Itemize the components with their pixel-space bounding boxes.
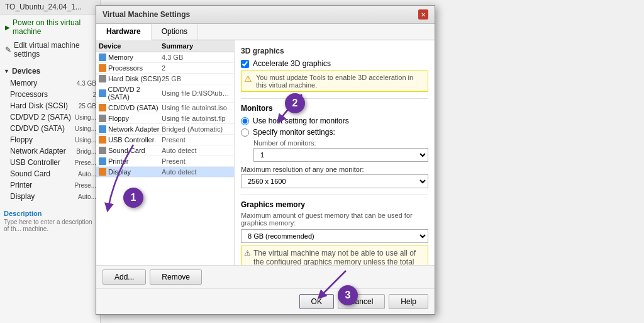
gm-title: Graphics memory (241, 200, 428, 209)
sidebar-device-item[interactable]: CD/DVD 2 (SATA)Using... (0, 111, 100, 123)
sidebar-device-item[interactable]: Hard Disk (SCSI)25 GB (0, 100, 100, 111)
sidebar-device-item[interactable]: Sound CardAuto... (0, 168, 100, 179)
num-monitors-label: Number of monitors: (253, 139, 428, 147)
device-list-header: Device Summary (96, 40, 234, 52)
sidebar-titlebar: TO_Ubuntu_24.04_1... (0, 0, 100, 14)
table-row[interactable]: Hard Disk (SCSI)25 GB (96, 74, 234, 84)
device-list-rows: Memory4.3 GBProcessors2Hard Disk (SCSI)2… (96, 52, 234, 178)
gm-warning-icon: ⚠ (244, 249, 251, 258)
sidebar-device-item[interactable]: PrinterPrese... (0, 179, 100, 191)
accelerate-row: Accelerate 3D graphics (241, 59, 428, 68)
table-row[interactable]: DisplayAuto detect (96, 167, 234, 178)
graphics-memory-section: Graphics memory Maximum amount of guest … (241, 200, 428, 265)
table-row[interactable]: Sound CardAuto detect (96, 145, 234, 156)
specify-monitors-row: Specify monitor settings: (241, 128, 428, 137)
monitor-section-title: Monitors (241, 104, 428, 113)
add-button[interactable]: Add... (103, 269, 146, 285)
tab-options[interactable]: Options (152, 24, 198, 40)
max-res-label: Maximum resolution of any one monitor: (241, 166, 428, 173)
gm-label: Maximum amount of guest memory that can … (241, 212, 428, 227)
accelerate-label: Accelerate 3D graphics (253, 59, 331, 68)
dialog-title: Virtual Machine Settings (103, 10, 190, 19)
play-icon: ▶ (5, 24, 10, 31)
sidebar: TO_Ubuntu_24.04_1... ▶ Power on this vir… (0, 0, 101, 323)
specify-monitors-label: Specify monitor settings: (253, 128, 335, 137)
callout-1: 1 (123, 188, 143, 208)
col-device-header: Device (99, 42, 162, 50)
graphics-warning: ⚠ You must update Tools to enable 3D acc… (241, 71, 428, 92)
devices-section: ▼ Devices Memory4.3 GBProcessors2Hard Di… (0, 65, 100, 202)
table-row[interactable]: CD/DVD (SATA)Using file autoinst.iso (96, 103, 234, 113)
accelerate-checkbox[interactable] (241, 60, 249, 68)
col-summary-header: Summary (162, 42, 193, 50)
gm-warning-text: The virtual machine may not be able to u… (253, 249, 425, 265)
num-monitors-select[interactable]: 123 (253, 148, 428, 162)
settings-panel: 3D graphics Accelerate 3D graphics ⚠ You… (235, 40, 435, 265)
dialog-close-button[interactable]: ✕ (418, 9, 428, 20)
table-row[interactable]: USB ControllerPresent (96, 135, 234, 145)
description-section: Description Type here to enter a descrip… (0, 207, 100, 235)
sidebar-device-item[interactable]: Network AdapterBridg... (0, 145, 100, 157)
help-button[interactable]: Help (389, 294, 428, 309)
table-row[interactable]: Network AdapterBridged (Automatic) (96, 124, 234, 135)
dialog-footer: OK Cancel Help (96, 288, 435, 314)
num-monitors-setting: Number of monitors: 123 (253, 139, 428, 162)
use-host-setting-row: Use host setting for monitors (241, 116, 428, 125)
remove-button[interactable]: Remove (150, 269, 202, 285)
table-row[interactable]: PrinterPresent (96, 156, 234, 167)
tab-hardware[interactable]: Hardware (96, 24, 152, 40)
monitor-section: Monitors Use host setting for monitors S… (241, 104, 428, 188)
sidebar-device-item[interactable]: CD/DVD (SATA)Using... (0, 123, 100, 134)
max-res-select[interactable]: 2560 x 1600 (241, 174, 428, 188)
ok-button[interactable]: OK (299, 294, 334, 309)
dialog-tabs: Hardware Options (96, 24, 435, 40)
graphics-section-title: 3D graphics (241, 47, 428, 55)
device-list-panel: Device Summary Memory4.3 GBProcessors2Ha… (96, 40, 235, 265)
specify-monitors-radio[interactable] (241, 128, 249, 137)
warning-text: You must update Tools to enable 3D accel… (256, 74, 425, 89)
collapse-arrow: ▼ (4, 68, 9, 74)
sidebar-device-item[interactable]: Processors2 (0, 89, 100, 100)
edit-icon: ✎ (5, 45, 11, 54)
gm-warning: ⚠ The virtual machine may not be able to… (241, 246, 428, 265)
add-remove-row: Add... Remove (96, 265, 435, 288)
sidebar-device-list: Memory4.3 GBProcessors2Hard Disk (SCSI)2… (0, 77, 100, 202)
vm-settings-dialog: Virtual Machine Settings ✕ Hardware Opti… (96, 5, 435, 315)
table-row[interactable]: FloppyUsing file autoinst.flp (96, 113, 234, 124)
dialog-body: Device Summary Memory4.3 GBProcessors2Ha… (96, 40, 435, 265)
sidebar-title: TO_Ubuntu_24.04_1... (5, 3, 82, 11)
edit-link[interactable]: ✎ Edit virtual machine settings (0, 40, 100, 60)
sidebar-device-item[interactable]: DisplayAuto... (0, 191, 100, 202)
use-host-label: Use host setting for monitors (253, 116, 349, 125)
sidebar-device-item[interactable]: USB ControllerPrese... (0, 157, 100, 168)
callout-3: 3 (338, 285, 358, 305)
table-row[interactable]: CD/DVD 2 (SATA)Using file D:\ISO\ubuntu-… (96, 84, 234, 103)
sidebar-device-item[interactable]: FloppyUsing... (0, 134, 100, 145)
use-host-radio[interactable] (241, 117, 249, 125)
callout-2: 2 (285, 93, 305, 113)
dialog-titlebar: Virtual Machine Settings ✕ (96, 6, 435, 24)
table-row[interactable]: Memory4.3 GB (96, 52, 234, 63)
devices-header: ▼ Devices (0, 65, 100, 77)
warning-icon: ⚠ (244, 74, 252, 84)
power-link[interactable]: ▶ Power on this virtual machine (0, 14, 100, 40)
sidebar-device-item[interactable]: Memory4.3 GB (0, 77, 100, 89)
gm-select[interactable]: 8 GB (recommended) (241, 229, 428, 243)
table-row[interactable]: Processors2 (96, 63, 234, 74)
